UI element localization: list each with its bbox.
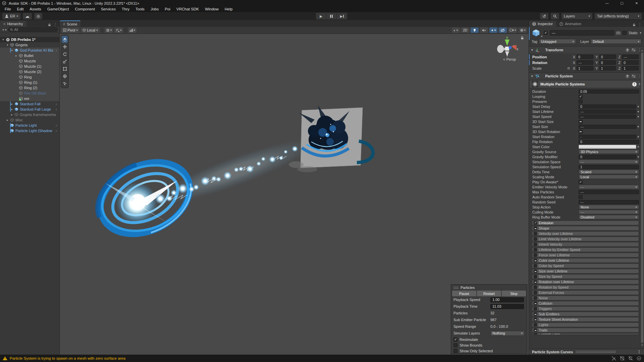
module-checkbox[interactable] xyxy=(534,302,537,305)
rotation-x-field[interactable]: — xyxy=(577,60,593,65)
start-size-field[interactable]: — xyxy=(579,125,636,129)
prefab-open-chevron-icon[interactable]: › xyxy=(56,49,59,52)
expand-arrow-icon[interactable]: ▸ xyxy=(10,113,14,116)
foldout-arrow-icon[interactable]: ▾ xyxy=(531,74,533,78)
expand-arrow-icon[interactable]: ▸ xyxy=(14,54,18,57)
ps-module-rotation-by-speed[interactable]: Rotation by Speed xyxy=(532,285,639,290)
gameobject-icon[interactable]: ▾ xyxy=(532,28,542,37)
hierarchy-item-muzzle[interactable]: Muzzle xyxy=(0,58,59,64)
simulation-speed-field[interactable]: 1 xyxy=(579,165,639,169)
start-color-swatch[interactable] xyxy=(579,145,636,149)
grid-visibility-toggle[interactable]: ▾ xyxy=(105,27,113,33)
prefab-open-chevron-icon[interactable]: › xyxy=(56,108,59,111)
presets-icon[interactable] xyxy=(632,48,636,52)
audio-toggle[interactable] xyxy=(480,27,488,33)
layer-dropdown[interactable]: Default▾ xyxy=(591,39,641,44)
step-button[interactable]: ▶ xyxy=(337,13,347,19)
random-seed-field[interactable]: — xyxy=(579,200,639,204)
hierarchy-search-input[interactable]: All xyxy=(8,27,58,32)
particles-check-show-bounds[interactable]: Show Bounds xyxy=(451,342,527,348)
menu-gameobject[interactable]: GameObject xyxy=(44,6,72,12)
scale-z-field[interactable]: 1 xyxy=(622,66,639,70)
ps-module-limit-velocity-over-lifetime[interactable]: Limit Velocity over Lifetime xyxy=(532,237,639,241)
duration-field[interactable]: 0.05 xyxy=(579,89,639,94)
playback-speed-field[interactable]: 1.00 xyxy=(490,297,524,302)
resimulate-checkbox[interactable] xyxy=(453,338,458,342)
module-checkbox[interactable] xyxy=(534,264,537,267)
rotation-y-field[interactable]: 0 xyxy=(599,60,616,65)
gameobject-name-field[interactable]: — xyxy=(550,30,614,36)
scene-viewport[interactable]: y z x < Persp Particles PauseRestartStop… xyxy=(60,34,529,355)
prewarm-checkbox[interactable] xyxy=(579,100,583,104)
gravity-modifier-field[interactable]: 0 xyxy=(579,155,636,159)
ps-module-external-forces[interactable]: External Forces xyxy=(532,290,639,295)
module-checkbox[interactable] xyxy=(534,312,537,316)
menu-tools[interactable]: Tools xyxy=(132,6,148,12)
effects-toggle[interactable]: ✦▾ xyxy=(489,27,497,33)
prefab-open-chevron-icon[interactable]: › xyxy=(56,124,59,127)
lock-icon[interactable] xyxy=(48,23,51,26)
static-checkbox[interactable] xyxy=(623,31,627,35)
close-button[interactable]: ✕ xyxy=(629,0,644,6)
prefab-open-chevron-icon[interactable]: › xyxy=(56,129,59,133)
hierarchy-item-ring[interactable]: Ring xyxy=(0,74,59,80)
camera-dropdown[interactable]: ▾ xyxy=(508,27,518,33)
play-button[interactable]: ▶ xyxy=(316,13,326,19)
hierarchy-item-ring-1[interactable]: Ring (1) xyxy=(0,80,59,85)
ps-module-noise[interactable]: Noise xyxy=(532,296,639,300)
menu-services[interactable]: Services xyxy=(98,6,119,12)
hierarchy-item-muzzle-2[interactable]: Muzzle (2) xyxy=(0,69,59,74)
tab-inspector[interactable]: i Inspector xyxy=(529,21,556,27)
hierarchy-item-gogeta[interactable]: ▾Gogeta xyxy=(0,42,59,48)
kebab-menu-icon[interactable]: ⋮ xyxy=(53,22,57,27)
restart-button[interactable]: Restart xyxy=(477,291,501,296)
play-on-awake-checkbox[interactable] xyxy=(579,180,583,184)
cloud-services-button[interactable]: ☁ xyxy=(23,13,32,19)
scale-tool[interactable] xyxy=(62,58,68,65)
expand-arrow-icon[interactable]: ▾ xyxy=(5,43,10,47)
scroll-down-icon[interactable]: ▾ xyxy=(640,344,644,347)
hierarchy-item-ring-2[interactable]: Ring (2) xyxy=(0,85,59,90)
hierarchy-item-eer[interactable]: eer xyxy=(0,96,59,101)
module-checkbox[interactable] xyxy=(534,280,537,284)
undo-history-button[interactable]: ↺ xyxy=(540,13,548,19)
module-checkbox[interactable] xyxy=(534,269,537,273)
menu-window[interactable]: Window xyxy=(202,6,222,12)
drag-handle-icon[interactable] xyxy=(453,287,459,289)
scroll-up-icon[interactable]: ▴ xyxy=(640,49,644,52)
pause-button[interactable] xyxy=(326,13,337,19)
static-dropdown-icon[interactable]: ▾ xyxy=(640,31,641,35)
foldout-arrow-icon[interactable]: ▾ xyxy=(531,48,533,52)
delta-time-dropdown[interactable]: Scaled▾ xyxy=(579,170,639,174)
hierarchy-item-gogeta-kamehameha[interactable]: ▸Gogeta Kamehameha xyxy=(0,112,59,117)
layers-dropdown[interactable]: Layers ▾ xyxy=(561,13,592,19)
gizmo-lock-icon[interactable] xyxy=(521,36,524,40)
drag-handle-icon[interactable] xyxy=(576,351,616,353)
ok-status-icon[interactable] xyxy=(637,356,641,361)
menu-poi[interactable]: Poi xyxy=(162,6,173,12)
module-checkbox[interactable] xyxy=(534,237,537,241)
inspector-scrollbar[interactable]: ▴ ▾ xyxy=(640,48,644,347)
hierarchy-item-particle-light-shadow[interactable]: Particle Light (Shadow› xyxy=(0,128,59,133)
show-bounds-checkbox[interactable] xyxy=(453,343,458,347)
hierarchy-item-db-prefabs-1[interactable]: ▾DB Prefabs 1* xyxy=(0,37,59,42)
auto-random-seed-checkbox[interactable] xyxy=(579,195,583,199)
transform-component-header[interactable]: ▾ Transform ? ⋮ xyxy=(529,46,644,53)
show-only-selected-checkbox[interactable] xyxy=(453,349,458,353)
menu-assets[interactable]: Assets xyxy=(26,6,44,12)
hierarchy-item-stardust-fall[interactable]: ▸Stardust Fall› xyxy=(0,101,59,107)
prefab-open-chevron-icon[interactable]: › xyxy=(56,102,59,106)
curve-dropdown-icon[interactable]: ▾ xyxy=(637,155,639,159)
console-status-message[interactable]: Particle System is trying to spawn on a … xyxy=(10,356,125,360)
paint-disabled-icon[interactable] xyxy=(611,356,616,361)
lock-icon[interactable] xyxy=(633,23,636,26)
curve-dropdown-icon[interactable]: ▾ xyxy=(637,145,639,148)
layout-dropdown[interactable]: Tail (effects testing) ▾ xyxy=(595,13,642,19)
module-checkbox[interactable] xyxy=(534,323,537,326)
ring-buffer-mode-dropdown[interactable]: Disabled▾ xyxy=(579,215,639,219)
scale-y-field[interactable]: 1 xyxy=(599,66,616,70)
culling-mode-dropdown[interactable]: —▾ xyxy=(579,210,639,214)
pivot-dropdown[interactable]: Pivot ▾ xyxy=(61,27,79,33)
ps-module-color-over-lifetime[interactable]: Color over Lifetime xyxy=(532,258,639,263)
add-object-button[interactable]: ＋▾ xyxy=(1,27,7,32)
